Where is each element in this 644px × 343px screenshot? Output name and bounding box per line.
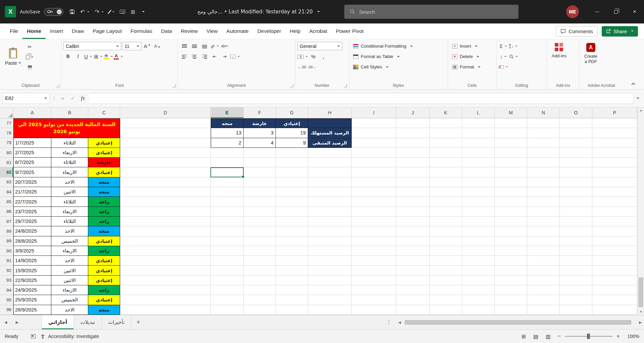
cell-L78[interactable]: [462, 128, 495, 138]
cell-H92[interactable]: [308, 266, 352, 275]
cell-P80[interactable]: [592, 148, 637, 158]
column-header-J[interactable]: J: [396, 107, 430, 118]
cell-D80[interactable]: [120, 148, 211, 158]
cell-I78[interactable]: [352, 128, 396, 138]
cell-D86[interactable]: [120, 207, 211, 217]
cell-N78[interactable]: [527, 128, 560, 138]
cell-I90[interactable]: [352, 246, 396, 256]
cell-L82[interactable]: [462, 167, 495, 177]
cell-J77[interactable]: [396, 118, 430, 128]
cell-J94[interactable]: [396, 285, 430, 295]
cell-B87[interactable]: الثلاثاء: [51, 217, 88, 226]
cell-G81[interactable]: [276, 158, 308, 167]
cell-C95[interactable]: إعتيادي: [88, 295, 120, 305]
comma-style-button[interactable]: ,: [319, 52, 328, 61]
cell-L91[interactable]: [462, 256, 495, 266]
horizontal-scroll-track[interactable]: [403, 320, 637, 325]
cell-O77[interactable]: [560, 118, 592, 128]
clipboard-dialog-launcher[interactable]: [56, 84, 59, 87]
cell-M96[interactable]: [495, 305, 527, 315]
column-header-L[interactable]: L: [462, 107, 495, 118]
cell-G86[interactable]: [276, 207, 308, 217]
cell-P92[interactable]: [592, 266, 637, 275]
cell-O95[interactable]: [560, 295, 592, 305]
cell-B92[interactable]: الاثنين: [51, 266, 88, 275]
cell-I84[interactable]: [352, 187, 396, 197]
cell-H95[interactable]: [308, 295, 352, 305]
cell-K80[interactable]: [430, 148, 462, 158]
cell-C82[interactable]: إعتيادي: [88, 167, 120, 177]
font-dialog-launcher[interactable]: [172, 84, 176, 87]
cell-I85[interactable]: [352, 197, 396, 207]
cell-L89[interactable]: [462, 236, 495, 246]
cell-J90[interactable]: [396, 246, 430, 256]
cell-O91[interactable]: [560, 256, 592, 266]
cell-E77[interactable]: منحه: [211, 118, 244, 128]
cell-K93[interactable]: [430, 276, 462, 285]
cell-N85[interactable]: [527, 197, 560, 207]
cell-A96[interactable]: 28/9/2025: [13, 305, 51, 315]
cell-H79[interactable]: الرصيد المتبقى: [308, 138, 352, 148]
cell-P83[interactable]: [592, 177, 637, 187]
increase-font-button[interactable]: A▲: [143, 42, 152, 51]
sheet-options-button[interactable]: ⋮: [385, 315, 393, 329]
align-middle-button[interactable]: [190, 42, 199, 51]
cell-E87[interactable]: [211, 217, 244, 226]
create-pdf-button[interactable]: A Createa PDF: [582, 41, 600, 65]
cell-E86[interactable]: [211, 207, 244, 217]
cell-B85[interactable]: الثلاثاء: [51, 197, 88, 207]
cell-M81[interactable]: [495, 158, 527, 167]
cell-N87[interactable]: [527, 217, 560, 226]
cell-N93[interactable]: [527, 276, 560, 285]
cell-C80[interactable]: إعتيادي: [88, 148, 120, 158]
cell-B81[interactable]: الثلاثاء: [51, 158, 88, 167]
zoom-in-button[interactable]: +: [616, 333, 621, 340]
column-header-I[interactable]: I: [352, 107, 396, 118]
cell-F86[interactable]: [244, 207, 276, 217]
cell-L85[interactable]: [462, 197, 495, 207]
cell-E93[interactable]: [211, 276, 244, 285]
cell-B95[interactable]: الخميس: [51, 295, 88, 305]
ribbon-tab-power-pivot[interactable]: Power Pivot: [332, 23, 368, 39]
cell-C94[interactable]: راحه: [88, 285, 120, 295]
cell-M79[interactable]: [495, 138, 527, 148]
cell-C83[interactable]: منحه: [88, 177, 120, 187]
ribbon-tab-file[interactable]: File: [5, 23, 22, 39]
cell-O78[interactable]: [560, 128, 592, 138]
borders-button[interactable]: ⊞: [94, 52, 103, 61]
cell-H91[interactable]: [308, 256, 352, 266]
account-avatar[interactable]: ME: [566, 5, 579, 18]
cell-D83[interactable]: [120, 177, 211, 187]
cell-L79[interactable]: [462, 138, 495, 148]
cell-E80[interactable]: [211, 148, 244, 158]
cell-C90[interactable]: راحه: [88, 246, 120, 256]
cell-M89[interactable]: [495, 236, 527, 246]
cell-G91[interactable]: [276, 256, 308, 266]
ribbon-tab-page-layout[interactable]: Page Layout: [88, 23, 126, 39]
font-color-button[interactable]: A: [114, 52, 123, 61]
cell-P84[interactable]: [592, 187, 637, 197]
cell-J89[interactable]: [396, 236, 430, 246]
cell-I77[interactable]: [352, 118, 396, 128]
cell-D96[interactable]: [120, 305, 211, 315]
column-header-N[interactable]: N: [527, 107, 560, 118]
cell-P82[interactable]: [592, 167, 637, 177]
increase-decimal-button[interactable]: ←.00: [297, 62, 306, 71]
cell-J82[interactable]: [396, 167, 430, 177]
cell-D95[interactable]: [120, 295, 211, 305]
cell-N94[interactable]: [527, 285, 560, 295]
column-header-B[interactable]: B: [51, 107, 88, 118]
addins-button[interactable]: Add-ins: [549, 41, 569, 59]
cell-A85[interactable]: 22/7/2025: [13, 197, 51, 207]
cell-N84[interactable]: [527, 187, 560, 197]
cell-H77[interactable]: [308, 118, 352, 128]
cell-F95[interactable]: [244, 295, 276, 305]
cell-C85[interactable]: راحه: [88, 197, 120, 207]
find-select-button[interactable]: [509, 52, 518, 61]
cell-D88[interactable]: [120, 226, 211, 236]
comments-button[interactable]: Comments: [556, 26, 598, 37]
cell-K86[interactable]: [430, 207, 462, 217]
ribbon-tab-data[interactable]: Data: [157, 23, 177, 39]
cell-L84[interactable]: [462, 187, 495, 197]
cell-C81[interactable]: عارضة: [88, 158, 120, 167]
